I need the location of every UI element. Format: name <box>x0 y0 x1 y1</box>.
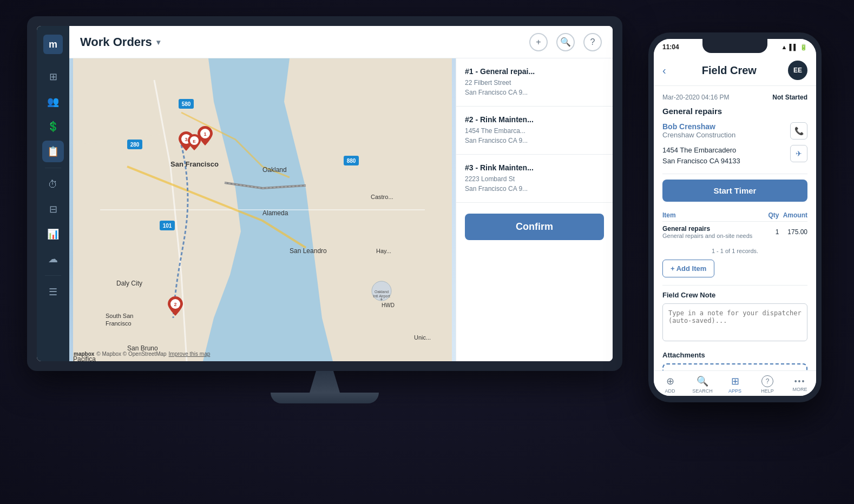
svg-text:1: 1 <box>203 131 206 137</box>
nav-apps[interactable]: ⊞ APPS <box>719 375 751 394</box>
page-title: Work Orders ▾ <box>80 35 160 49</box>
navigate-button[interactable]: ✈ <box>790 145 807 162</box>
field-crew-note-label: Field Crew Note <box>662 291 807 299</box>
sidebar-logo: m <box>43 35 63 54</box>
sidebar-item-dashboard[interactable]: ⊞ <box>42 66 64 88</box>
add-button[interactable]: + <box>529 33 548 51</box>
phone-bottom-nav: ⊕ ADD 🔍 SEARCH ⊞ APPS ? HELP <box>654 370 816 396</box>
svg-text:580: 580 <box>182 101 191 107</box>
nav-more[interactable]: ••• MORE <box>784 377 816 392</box>
map-copyright: © Mapbox © OpenStreetMap <box>96 351 166 357</box>
wifi-icon: ▌▌ <box>789 44 798 50</box>
monitor-screen: m ⊞ 👥 💲 📋 ⏱ <box>37 26 613 361</box>
work-order-date: Mar-20-2020 04:16 PM <box>662 94 729 101</box>
mapbox-logo: mapbox <box>74 351 94 357</box>
user-button[interactable]: ? <box>583 33 602 51</box>
address-row: 1454 The Embarcadero San Francisco CA 94… <box>662 145 807 166</box>
phone-call-button[interactable]: 📞 <box>790 122 807 140</box>
menu-icon: ☰ <box>49 286 57 298</box>
phone-status-icons: ▲ ▌▌ 🔋 <box>781 44 807 51</box>
status-badge: Not Started <box>772 94 807 101</box>
svg-text:Hay...: Hay... <box>376 248 391 254</box>
wo-address-2: 1454 The Embarca... San Francisco CA 9..… <box>465 126 604 145</box>
svg-text:San Leandro: San Leandro <box>290 247 327 255</box>
topbar: Work Orders ▾ + 🔍 ? <box>69 26 613 58</box>
item-col-header: Item <box>662 209 766 222</box>
topbar-actions: + 🔍 ? <box>529 33 602 51</box>
attachments-label: Attachments <box>662 351 807 359</box>
nav-help[interactable]: ? HELP <box>751 375 784 394</box>
chevron-down-icon: ▾ <box>156 38 160 47</box>
sidebar-item-work-orders[interactable]: 📋 <box>42 141 64 162</box>
svg-text:880: 880 <box>347 158 356 164</box>
wo-title-3: #3 - Rink Mainten... <box>465 163 604 172</box>
amount-cell: 175.00 <box>779 222 807 243</box>
sidebar: m ⊞ 👥 💲 📋 ⏱ <box>37 26 69 361</box>
work-order-item-1[interactable]: #1 - General repai... 22 Filbert Street … <box>456 58 613 107</box>
signal-icon: ▲ <box>781 44 787 50</box>
reports-icon: 📊 <box>47 228 59 240</box>
confirm-button[interactable]: Confirm <box>465 214 604 240</box>
search-icon: 🔍 <box>560 37 571 47</box>
nav-add[interactable]: ⊕ ADD <box>654 375 686 394</box>
wo-title: General repairs <box>662 107 807 116</box>
search-nav-label: SEARCH <box>692 388 713 394</box>
right-panel: #1 - General repai... 22 Filbert Street … <box>456 58 613 361</box>
svg-text:Castro...: Castro... <box>371 194 393 200</box>
sidebar-item-table[interactable]: ⊟ <box>42 198 64 220</box>
map-attribution: mapbox © Mapbox © OpenStreetMap Improve … <box>74 351 210 357</box>
svg-text:E: E <box>193 139 196 144</box>
separator-1 <box>662 174 807 174</box>
navigate-icon: ✈ <box>796 149 802 158</box>
contact-info: Bob Crenshaw Crenshaw Construction <box>662 122 735 139</box>
help-nav-icon: ? <box>761 375 773 387</box>
work-orders-icon: 📋 <box>47 145 59 157</box>
qty-col-header: Qty <box>766 209 779 222</box>
back-button[interactable]: ‹ <box>662 64 666 77</box>
svg-text:Oakland: Oakland <box>375 290 389 294</box>
phone-header: ‹ Field Crew EE <box>654 55 816 86</box>
add-item-button[interactable]: + Add Item <box>662 260 714 277</box>
svg-text:Unic...: Unic... <box>414 334 431 341</box>
sidebar-item-cloud[interactable]: ☁ <box>42 248 64 270</box>
sidebar-item-timer[interactable]: ⏱ <box>42 174 64 195</box>
more-nav-icon: ••• <box>794 377 806 386</box>
map-background: 580 280 101 880 <box>69 58 456 361</box>
qty-cell: 1 <box>766 222 779 243</box>
wo-address-1: 22 Filbert Street San Francisco CA 9... <box>465 78 604 97</box>
start-timer-button[interactable]: Start Timer <box>662 180 807 202</box>
timer-icon: ⏱ <box>48 179 58 190</box>
attachments-dropzone[interactable]: Drop files here or click to browse Indiv… <box>662 363 807 370</box>
contact-row: Bob Crenshaw Crenshaw Construction 📞 <box>662 122 807 140</box>
phone-icon: 📞 <box>794 127 804 135</box>
main-content: Work Orders ▾ + 🔍 ? <box>69 26 613 361</box>
field-crew-note-input[interactable] <box>662 303 807 341</box>
sidebar-item-reports[interactable]: 📊 <box>42 223 64 245</box>
table-row: General repairs General repairs and on-s… <box>662 222 807 243</box>
nav-search[interactable]: 🔍 SEARCH <box>686 375 719 394</box>
work-order-item-3[interactable]: #3 - Rink Mainten... 2223 Lombard St San… <box>456 155 613 203</box>
content-split: 580 280 101 880 <box>69 58 613 361</box>
address-line2: San Francisco CA 94133 <box>662 156 740 167</box>
map-area: 580 280 101 880 <box>69 58 456 361</box>
svg-text:San Francisco: San Francisco <box>170 160 219 168</box>
contact-name[interactable]: Bob Crenshaw <box>662 122 735 131</box>
work-order-item-2[interactable]: #2 - Rink Mainten... 1454 The Embarca...… <box>456 107 613 155</box>
phone-page-title: Field Crew <box>671 64 788 77</box>
amount-col-header: Amount <box>779 209 807 222</box>
contact-company: Crenshaw Construction <box>662 131 735 139</box>
sidebar-item-team[interactable]: 👥 <box>42 91 64 112</box>
records-count: 1 - 1 of 1 records. <box>662 248 807 254</box>
search-button[interactable]: 🔍 <box>556 33 575 51</box>
battery-icon: 🔋 <box>800 44 807 51</box>
svg-text:2: 2 <box>174 302 176 307</box>
improve-map-link[interactable]: Improve this map <box>169 351 211 357</box>
sidebar-item-invoice[interactable]: 💲 <box>42 116 64 137</box>
invoice-icon: 💲 <box>47 121 59 132</box>
phone-bezel: 11:04 ▲ ▌▌ 🔋 ‹ Field Crew EE <box>648 32 822 402</box>
items-table: Item Qty Amount General repairs General … <box>662 209 807 242</box>
item-desc: General repairs and on-site needs <box>662 233 766 239</box>
phone-content: Mar-20-2020 04:16 PM Not Started General… <box>654 86 816 370</box>
sidebar-item-menu[interactable]: ☰ <box>42 281 64 303</box>
user-avatar[interactable]: EE <box>788 61 807 80</box>
